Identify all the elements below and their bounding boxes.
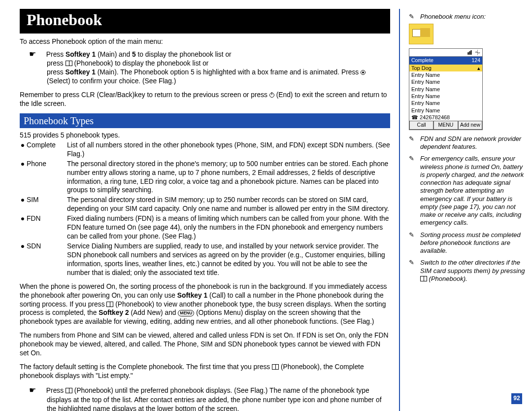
type-row: ●SIMThe personal directory stored in SIM… xyxy=(20,196,390,213)
phonebook-icon xyxy=(66,388,72,393)
type-desc: The personal directory stored in SIM mem… xyxy=(67,196,390,213)
menu-pill-icon: MENU xyxy=(178,310,194,316)
select-icon xyxy=(361,70,366,75)
step-1-line1: ☛ Press Softkey 1 (Main) and 5 to displa… xyxy=(20,49,390,60)
phone-list-item: Entry Name xyxy=(409,93,482,100)
para-fdn: The numbers from Phone and SIM can be vi… xyxy=(20,331,390,358)
note-fdn-sdn: ✎FDN and SDN are network provider depend… xyxy=(409,135,526,151)
type-desc: The personal directory stored in the pho… xyxy=(67,160,390,195)
phone-list-item: Entry Name xyxy=(409,71,482,78)
softkey-addnew: Add new xyxy=(458,121,482,130)
type-desc: Service Dialing Numbers are supplied, re… xyxy=(67,242,390,277)
type-row: ●CompleteList of all numbers stored in t… xyxy=(20,141,390,159)
scroll-up-icon: ▴ xyxy=(477,65,480,71)
pointer-icon: ☛ xyxy=(33,385,44,396)
phone-list-item: Entry Name xyxy=(409,100,482,106)
phone-list-item: Entry Name xyxy=(409,78,482,85)
type-row: ●FDNFixed dialing numbers (FDN) is a mea… xyxy=(20,214,390,241)
step-2-line1: ☛ Press (Phonebook) until the preferred … xyxy=(20,385,390,411)
note-icon: ✎ xyxy=(409,259,417,283)
note-emergency: ✎For emergency calls, ensure your wirele… xyxy=(409,155,526,227)
type-desc: List of all numbers stored in the other … xyxy=(67,141,390,159)
phone-header: Complete124 xyxy=(409,57,482,65)
type-name: Phone xyxy=(27,160,67,195)
softkey-menu: MENU xyxy=(433,121,458,130)
phone-status-bar: ⏆ xyxy=(409,49,482,57)
page-title: Phonebook xyxy=(20,9,390,34)
note-icon: ✎ xyxy=(409,155,417,227)
type-row: ●PhoneThe personal directory stored in t… xyxy=(20,160,390,195)
phone-softkeys: Call MENU Add new xyxy=(409,121,482,130)
page-number: 92 xyxy=(511,393,522,404)
note-icon: ✎ xyxy=(409,231,417,255)
type-name: SIM xyxy=(27,196,67,213)
note-sorting: ✎Sorting process must be completed befor… xyxy=(409,231,526,255)
para-sorting: When the phone is powered On, the sortin… xyxy=(20,282,390,327)
phonebook-icon xyxy=(272,364,279,370)
phone-selected-item: Top Dog▴ xyxy=(409,65,482,71)
para-default: The factory default setting is the Compl… xyxy=(20,363,390,380)
end-icon xyxy=(269,93,274,98)
step-1-line3: press Softkey 1 (Main). The Phonebook op… xyxy=(20,68,390,86)
antenna-icon: ⏆ xyxy=(475,49,480,56)
note-switch: ✎Switch to the other directories if the … xyxy=(409,259,526,283)
softkey-call: Call xyxy=(409,121,433,130)
phone-number-row: ☎ 2426782468 xyxy=(409,114,482,121)
phonebook-icon xyxy=(420,276,427,281)
note-icon: ✎ xyxy=(409,13,417,21)
step-1-line2: press (Phonebook) to display the phonebo… xyxy=(20,59,390,68)
phonebook-icon xyxy=(106,302,113,307)
note-icon: ✎ xyxy=(409,135,417,151)
intro-text: To access Phonebook option of the main m… xyxy=(20,37,390,46)
type-name: Complete xyxy=(27,141,67,159)
pointer-icon: ☛ xyxy=(33,49,44,60)
type-desc: Fixed dialing numbers (FDN) is a means o… xyxy=(67,214,390,241)
phonebook-icon xyxy=(66,61,72,66)
type-name: FDN xyxy=(27,214,67,241)
phonebook-menu-icon xyxy=(409,24,433,44)
type-row: ●SDNService Dialing Numbers are supplied… xyxy=(20,242,390,277)
type-name: SDN xyxy=(27,242,67,277)
section-phonebook-types: Phonebook Types xyxy=(20,113,390,128)
phone-list-item: Entry Name xyxy=(409,107,482,114)
signal-icon xyxy=(467,50,472,55)
note-icon-label: ✎ Phonebook menu icon: xyxy=(409,13,526,21)
types-intro: 515 provides 5 phonebook types. xyxy=(20,131,390,140)
remember-text: Remember to press CLR (Clear/Back)key to… xyxy=(20,91,390,108)
phone-mock: ⏆ Complete124 Top Dog▴ Entry NameEntry N… xyxy=(409,48,483,130)
phone-list-item: Entry Name xyxy=(409,86,482,93)
